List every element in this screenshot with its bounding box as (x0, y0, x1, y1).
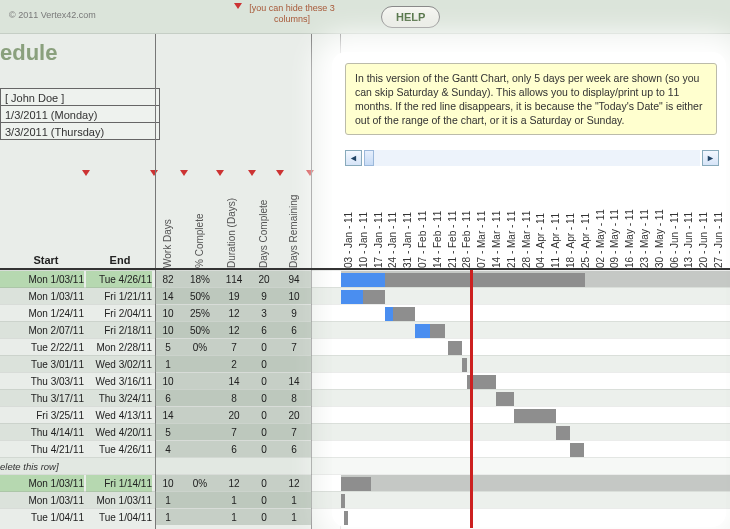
cell-days-complete[interactable]: 20 (252, 271, 276, 288)
cell-end[interactable]: Tue 1/04/11 (86, 509, 152, 526)
cell-duration[interactable]: 8 (220, 390, 248, 407)
cell-days-complete[interactable]: 9 (252, 288, 276, 305)
scroll-left-button[interactable]: ◄ (345, 150, 362, 166)
cell-days-complete[interactable]: 0 (252, 492, 276, 509)
cell-work-days[interactable]: 1 (156, 492, 180, 509)
cell-days-remaining[interactable]: 1 (280, 509, 308, 526)
scroll-right-button[interactable]: ► (702, 150, 719, 166)
table-row[interactable]: Mon 2/07/11Fri 2/18/111050%1266 (0, 321, 730, 338)
cell-start[interactable]: Mon 1/24/11 (0, 305, 84, 322)
cell-start[interactable]: Mon 1/03/11 (0, 475, 84, 492)
cell-end[interactable]: Wed 3/16/11 (86, 373, 152, 390)
cell-days-remaining[interactable]: 9 (280, 305, 308, 322)
project-end-field[interactable]: 3/3/2011 (Thursday) (0, 122, 160, 140)
cell-duration[interactable]: 14 (220, 373, 248, 390)
cell-days-remaining[interactable]: 10 (280, 288, 308, 305)
cell-duration[interactable]: 1 (220, 492, 248, 509)
cell-days-remaining[interactable]: 20 (280, 407, 308, 424)
cell-work-days[interactable]: 14 (156, 288, 180, 305)
cell-days-remaining[interactable]: 14 (280, 373, 308, 390)
table-row[interactable]: Mon 1/24/11Fri 2/04/111025%1239 (0, 304, 730, 321)
cell-duration[interactable]: 12 (220, 475, 248, 492)
cell-days-complete[interactable]: 0 (252, 475, 276, 492)
table-row[interactable]: Mon 1/03/11Fri 1/14/11100%12012 (0, 474, 730, 491)
cell-days-complete[interactable]: 0 (252, 424, 276, 441)
cell-start[interactable]: Thu 4/14/11 (0, 424, 84, 441)
table-row[interactable]: Fri 3/25/11Wed 4/13/111420020 (0, 406, 730, 423)
cell-work-days[interactable]: 1 (156, 509, 180, 526)
cell-work-days[interactable]: 5 (156, 339, 180, 356)
cell-duration[interactable]: 7 (220, 424, 248, 441)
table-row[interactable]: Tue 1/04/11Tue 1/04/111101 (0, 508, 730, 525)
cell-start[interactable]: Thu 4/21/11 (0, 441, 84, 458)
cell-pct-complete[interactable]: 50% (184, 322, 216, 339)
cell-pct-complete[interactable]: 18% (184, 271, 216, 288)
cell-duration[interactable]: 12 (220, 322, 248, 339)
cell-end[interactable]: Fri 1/14/11 (86, 475, 152, 492)
cell-work-days[interactable]: 5 (156, 424, 180, 441)
cell-start[interactable]: Mon 1/03/11 (0, 492, 84, 509)
table-row[interactable]: Thu 4/21/11Tue 4/26/114606 (0, 440, 730, 457)
cell-pct-complete[interactable]: 50% (184, 288, 216, 305)
cell-duration[interactable]: 6 (220, 441, 248, 458)
cell-days-complete[interactable]: 0 (252, 509, 276, 526)
cell-work-days[interactable]: 1 (156, 356, 180, 373)
cell-end[interactable]: Wed 4/13/11 (86, 407, 152, 424)
timeline-scrollbar[interactable]: ◄ ► (345, 150, 719, 166)
table-row[interactable]: Thu 4/14/11Wed 4/20/115707 (0, 423, 730, 440)
table-row[interactable]: Tue 3/01/11Wed 3/02/11120 (0, 355, 730, 372)
cell-end[interactable]: Tue 4/26/11 (86, 441, 152, 458)
cell-end[interactable]: Mon 1/03/11 (86, 492, 152, 509)
cell-work-days[interactable]: 10 (156, 373, 180, 390)
cell-start[interactable]: Mon 1/03/11 (0, 288, 84, 305)
cell-pct-complete[interactable]: 25% (184, 305, 216, 322)
table-row[interactable]: Mon 1/03/11Tue 4/26/118218%1142094 (0, 270, 730, 287)
cell-days-remaining[interactable]: 94 (280, 271, 308, 288)
cell-days-remaining[interactable]: 6 (280, 322, 308, 339)
cell-work-days[interactable]: 82 (156, 271, 180, 288)
cell-duration[interactable]: 19 (220, 288, 248, 305)
table-row[interactable]: Mon 1/03/11Mon 1/03/111101 (0, 491, 730, 508)
cell-days-complete[interactable]: 0 (252, 339, 276, 356)
project-start-field[interactable]: 1/3/2011 (Monday) (0, 105, 160, 123)
cell-end[interactable]: Wed 3/02/11 (86, 356, 152, 373)
cell-end[interactable]: Tue 4/26/11 (86, 271, 152, 288)
cell-start[interactable]: Tue 3/01/11 (0, 356, 84, 373)
cell-start[interactable]: Thu 3/17/11 (0, 390, 84, 407)
cell-days-complete[interactable]: 0 (252, 390, 276, 407)
table-row[interactable]: Tue 2/22/11Mon 2/28/1150%707 (0, 338, 730, 355)
cell-days-remaining[interactable]: 7 (280, 339, 308, 356)
cell-end[interactable]: Mon 2/28/11 (86, 339, 152, 356)
project-leader-field[interactable]: [ John Doe ] (0, 88, 160, 106)
cell-days-remaining[interactable]: 1 (280, 492, 308, 509)
scroll-track[interactable] (364, 150, 700, 166)
cell-days-remaining[interactable]: 8 (280, 390, 308, 407)
cell-work-days[interactable]: 14 (156, 407, 180, 424)
cell-days-remaining[interactable]: 7 (280, 424, 308, 441)
cell-duration[interactable]: 1 (220, 509, 248, 526)
cell-pct-complete[interactable]: 0% (184, 475, 216, 492)
cell-start[interactable]: Mon 2/07/11 (0, 322, 84, 339)
scroll-thumb[interactable] (364, 150, 374, 166)
cell-duration[interactable]: 7 (220, 339, 248, 356)
cell-days-remaining[interactable]: 6 (280, 441, 308, 458)
cell-work-days[interactable]: 6 (156, 390, 180, 407)
cell-start[interactable]: Mon 1/03/11 (0, 271, 84, 288)
cell-start[interactable]: Tue 1/04/11 (0, 509, 84, 526)
cell-end[interactable]: Fri 2/04/11 (86, 305, 152, 322)
table-row[interactable]: elete this row] (0, 457, 730, 474)
cell-end[interactable]: Fri 1/21/11 (86, 288, 152, 305)
cell-end[interactable]: Thu 3/24/11 (86, 390, 152, 407)
cell-start[interactable]: Tue 2/22/11 (0, 339, 84, 356)
cell-duration[interactable]: 2 (220, 356, 248, 373)
cell-duration[interactable]: 20 (220, 407, 248, 424)
cell-end[interactable]: Wed 4/20/11 (86, 424, 152, 441)
cell-work-days[interactable]: 10 (156, 475, 180, 492)
table-row[interactable]: Thu 3/17/11Thu 3/24/116808 (0, 389, 730, 406)
cell-work-days[interactable]: 4 (156, 441, 180, 458)
cell-start[interactable]: Fri 3/25/11 (0, 407, 84, 424)
cell-days-complete[interactable]: 6 (252, 322, 276, 339)
cell-pct-complete[interactable]: 0% (184, 339, 216, 356)
cell-days-complete[interactable]: 0 (252, 407, 276, 424)
cell-duration[interactable]: 12 (220, 305, 248, 322)
